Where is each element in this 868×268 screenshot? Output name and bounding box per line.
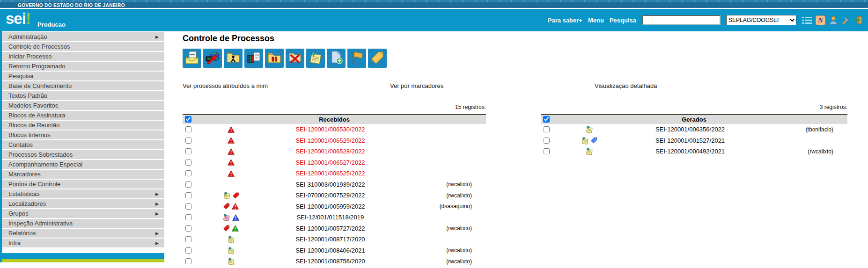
row-checkbox[interactable] [185, 192, 191, 198]
quick-link-ver-por-marcadores[interactable]: Ver por marcadores [390, 82, 443, 89]
user-icon[interactable] [829, 15, 838, 25]
sidebar-item-estatisticas[interactable]: Estatísticas▶ [2, 189, 164, 199]
quick-link-ver-processos-atribuidos-a-mim[interactable]: Ver processos atribuídos a mim [183, 82, 268, 89]
marker-blue-icon[interactable] [591, 137, 597, 144]
process-link[interactable]: SEI-120001/006529/2022 [259, 137, 402, 144]
select-all-checkbox[interactable] [543, 116, 550, 123]
toolbar-button-flag-icon[interactable] [347, 49, 366, 68]
row-checkbox[interactable] [185, 159, 191, 166]
toolbar-button-send-process-icon[interactable] [203, 49, 222, 68]
marker-red-icon[interactable] [233, 192, 239, 199]
sidebar-item-iniciar-processo[interactable]: Iniciar Processo [2, 52, 164, 62]
sidebar-item-grupos[interactable]: Grupos▶ [2, 209, 164, 219]
annotation-icon[interactable] [227, 257, 235, 265]
alert-green-icon[interactable] [232, 225, 239, 232]
process-link[interactable]: SEI-120001/006527/2022 [259, 159, 402, 166]
quick-link-visualizacao-detalhada[interactable]: Visualização detalhada [595, 82, 657, 89]
sidebar-item-inspecao-administrativa[interactable]: Inspeção Administrativa [2, 219, 164, 229]
process-link[interactable]: SEI-120001/001527/2021 [617, 137, 763, 144]
annotation-icon[interactable] [585, 147, 593, 155]
sidebar-item-marcadores[interactable]: Marcadores [2, 170, 164, 180]
sidebar-item-blocos-de-assinatura[interactable]: Blocos de Assinatura [2, 111, 164, 121]
row-checkbox[interactable] [185, 258, 191, 264]
process-link[interactable]: SEI-120001/005959/2022 [259, 203, 402, 210]
row-checkbox[interactable] [544, 126, 550, 132]
sidebar-item-localizadores[interactable]: Localizadores▶ [2, 199, 164, 209]
novidades-badge-icon[interactable]: N [816, 15, 825, 25]
row-checkbox[interactable] [544, 148, 550, 154]
header-search-input[interactable] [642, 15, 721, 25]
sidebar-item-administracao[interactable]: Administração▶ [2, 32, 164, 42]
alert-red-icon[interactable] [228, 148, 235, 155]
sidebar-item-contatos[interactable]: Contatos [2, 140, 164, 150]
marker-red-icon[interactable] [223, 203, 230, 210]
process-link[interactable]: SEI-12/001/011518/2019 [259, 214, 402, 221]
row-checkbox[interactable] [185, 247, 191, 254]
toolbar-button-include-document-icon[interactable] [327, 49, 346, 68]
alert-red-icon[interactable] [228, 137, 235, 144]
sidebar-item-retorno-programado[interactable]: Retorno Programado [2, 62, 164, 72]
alert-red-icon[interactable] [228, 159, 235, 166]
sidebar-item-base-de-conhecimento[interactable]: Base de Conhecimento [2, 81, 164, 91]
process-link[interactable]: SEI-120001/006530/2022 [259, 126, 402, 133]
exit-icon[interactable] [854, 15, 863, 25]
sidebar-item-pontos-de-controle[interactable]: Pontos de Controle [2, 180, 164, 189]
row-checkbox[interactable] [185, 170, 191, 176]
row-checkbox[interactable] [185, 138, 191, 144]
toolbar-button-annotation-note-icon[interactable] [306, 49, 325, 68]
toolbar-button-suspend-process-icon[interactable] [265, 49, 284, 68]
toolbar-button-conclude-process-icon[interactable] [286, 49, 304, 68]
sidebar-item-acompanhamento-especial[interactable]: Acompanhamento Especial [2, 160, 164, 170]
alert-red-icon[interactable] [232, 203, 239, 210]
annotation-icon[interactable] [227, 246, 235, 254]
nav-link-pesquisa[interactable]: Pesquisa [610, 17, 636, 24]
row-checkbox[interactable] [544, 138, 550, 144]
alert-red-icon[interactable] [228, 126, 235, 133]
toolbar-button-tag-icon[interactable] [368, 49, 387, 68]
process-link[interactable]: SEI-120001/008717/2020 [259, 236, 402, 243]
process-link[interactable]: SEI-310003/001939/2022 [259, 181, 402, 188]
process-link[interactable]: SEI-120001/005727/2022 [259, 225, 402, 232]
annotation-icon[interactable] [227, 235, 235, 243]
nav-link-para-saber[interactable]: Para saber+ [548, 17, 582, 24]
row-checkbox[interactable] [185, 126, 191, 132]
sidebar-item-blocos-internos[interactable]: Blocos Internos [2, 130, 164, 140]
annotation-icon[interactable] [223, 191, 231, 199]
sidebar-item-modelos-favoritos[interactable]: Modelos Favoritos [2, 101, 164, 111]
sidebar-item-pesquisa[interactable]: Pesquisa [2, 72, 164, 81]
process-link[interactable]: SEI-070002/007529/2022 [259, 192, 402, 199]
row-checkbox[interactable] [185, 148, 191, 154]
alert-red-icon[interactable] [228, 170, 235, 177]
annotation-pink-icon[interactable] [222, 213, 230, 221]
row-checkbox[interactable] [185, 214, 191, 220]
toolbar-button-send-email-icon[interactable] [183, 49, 201, 68]
sidebar-item-processos-sobrestados[interactable]: Processos Sobrestados [2, 150, 164, 160]
alert-blue-icon[interactable] [232, 214, 239, 221]
sidebar-item-relatorios[interactable]: Relatórios▶ [2, 229, 164, 239]
marker-red-icon[interactable] [223, 225, 230, 232]
process-link[interactable]: SEI-120001/008406/2021 [259, 247, 402, 254]
sidebar-item-infra[interactable]: Infra▶ [2, 239, 164, 248]
process-link[interactable]: SEI-120001/006525/2022 [259, 170, 402, 177]
sidebar-item-textos-padrao[interactable]: Textos Padrão [2, 91, 164, 101]
row-checkbox[interactable] [185, 181, 191, 188]
row-checkbox[interactable] [185, 203, 191, 210]
sidebar-item-controle-de-processos[interactable]: Controle de Processos [2, 42, 164, 52]
process-link[interactable]: SEI-120001/006356/2022 [617, 126, 763, 133]
toolbar-button-assign-process-icon[interactable] [224, 49, 243, 68]
process-link[interactable]: SEI-120001/000492/2021 [617, 148, 763, 155]
sei-logo[interactable]: sei! [6, 10, 30, 28]
process-link[interactable]: SEI-120001/006528/2022 [259, 148, 402, 155]
tools-icon[interactable] [841, 15, 851, 25]
annotation-icon[interactable] [581, 137, 589, 145]
unit-select[interactable]: SEPLAG/COOGSEI [726, 15, 796, 25]
select-all-checkbox[interactable] [185, 116, 191, 123]
row-checkbox[interactable] [185, 236, 191, 242]
process-link[interactable]: SEI-120001/008756/2020 [259, 258, 402, 265]
nav-link-menu[interactable]: Menu [588, 17, 604, 24]
toolbar-button-include-in-block-icon[interactable] [244, 49, 263, 68]
annotation-icon[interactable] [585, 125, 593, 133]
sidebar-item-blocos-de-reuniao[interactable]: Blocos de Reunião [2, 121, 164, 130]
contents-icon[interactable] [802, 16, 812, 24]
row-checkbox[interactable] [185, 225, 191, 232]
